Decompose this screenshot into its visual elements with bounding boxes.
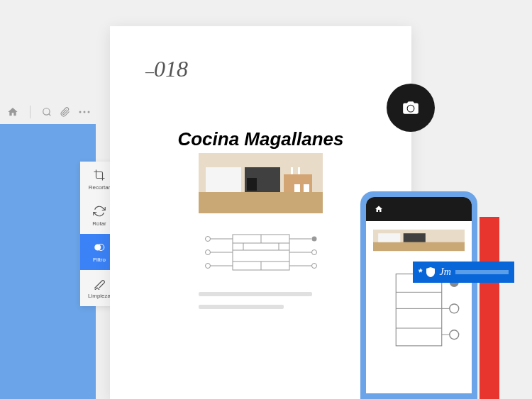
phone-screen (366, 197, 472, 393)
kitchen-photo (199, 153, 323, 213)
camera-icon (401, 100, 420, 116)
diagram-figure (201, 233, 321, 272)
svg-point-26 (205, 250, 210, 255)
phone-mockup (360, 191, 477, 399)
crop-label: Recortar (89, 184, 111, 191)
home-icon[interactable] (7, 106, 18, 118)
main-toolbar (7, 106, 90, 118)
svg-point-32 (311, 250, 316, 255)
svg-rect-7 (199, 192, 323, 213)
svg-point-2 (84, 111, 86, 113)
svg-point-0 (43, 108, 50, 115)
rotate-label: Rotar (92, 220, 106, 227)
svg-rect-8 (206, 167, 241, 192)
svg-point-48 (450, 330, 459, 339)
placeholder-text (199, 292, 376, 309)
svg-rect-12 (291, 167, 293, 174)
signature-line (455, 270, 509, 274)
filter-label: Filtro (93, 257, 106, 263)
phone-header (366, 197, 472, 221)
signature-overlay[interactable]: * Jm (413, 262, 514, 283)
svg-rect-11 (247, 178, 257, 191)
svg-rect-39 (404, 233, 426, 242)
page-number: –018 (145, 56, 376, 82)
phone-home-icon[interactable] (375, 205, 383, 213)
svg-rect-38 (378, 233, 400, 242)
svg-point-24 (205, 237, 210, 242)
signature-initials: Jm (439, 266, 450, 278)
document-title: Cocina Magallanes (145, 128, 376, 150)
svg-rect-13 (298, 167, 300, 174)
cleanup-label: Limpieza (88, 293, 111, 299)
svg-point-46 (450, 304, 459, 313)
camera-badge[interactable] (387, 84, 435, 132)
red-accent-bar (480, 217, 499, 399)
svg-point-34 (311, 264, 316, 269)
svg-point-28 (205, 264, 210, 269)
svg-rect-40 (396, 274, 442, 346)
required-star-icon: * (419, 266, 422, 278)
more-icon[interactable] (79, 111, 90, 113)
shield-icon (426, 267, 435, 277)
svg-rect-15 (304, 184, 309, 192)
svg-point-1 (79, 111, 82, 113)
search-icon[interactable] (42, 107, 52, 117)
svg-rect-37 (373, 242, 465, 251)
phone-thumbnail (373, 228, 465, 252)
svg-point-30 (311, 237, 316, 242)
toolbar-divider (30, 106, 31, 118)
phone-content (366, 221, 472, 357)
svg-point-3 (88, 111, 90, 113)
svg-rect-14 (294, 184, 300, 192)
attachment-icon[interactable] (60, 107, 70, 117)
